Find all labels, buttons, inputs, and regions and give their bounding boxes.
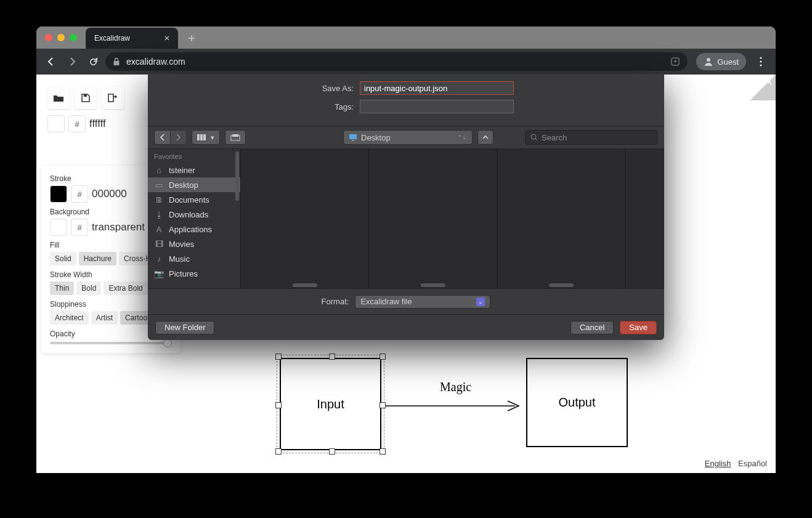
fill-option-hachure[interactable]: Hachure (79, 252, 116, 265)
svg-rect-9 (203, 134, 206, 140)
view-mode-button[interactable]: ▾ (192, 130, 220, 145)
svg-rect-12 (349, 134, 357, 139)
movies-icon: 🎞 (154, 239, 164, 249)
search-icon (530, 134, 538, 141)
sidebar-item-applications[interactable]: AApplications (148, 222, 240, 237)
cancel-button[interactable]: Cancel (570, 321, 614, 334)
sidebar-item-pictures[interactable]: 📷Pictures (148, 266, 240, 281)
sidebar-item-label: tsteiner (169, 166, 195, 175)
background-swatch[interactable] (50, 219, 67, 236)
sw-option-bold[interactable]: Bold (76, 281, 101, 295)
fill-option-solid[interactable]: Solid (50, 252, 76, 265)
search-placeholder: Search (542, 133, 567, 142)
reload-button[interactable] (84, 53, 102, 70)
omnibox[interactable]: excalidraw.com (105, 52, 688, 71)
svg-point-2 (707, 58, 710, 62)
sidebar-item-label: Movies (169, 240, 194, 249)
sidebar-item-label: Music (169, 254, 190, 264)
nav-back-button[interactable] (154, 130, 170, 145)
sw-option-extrabold[interactable]: Extra Bold (104, 281, 147, 295)
save-dialog: Save As: Tags: ▾ Desktop ⌃⌄ Search Favor… (148, 74, 664, 340)
tab-excalidraw[interactable]: Excalidraw (86, 28, 178, 49)
location-dropdown[interactable]: Desktop ⌃⌄ (343, 130, 473, 145)
drawing-arrow[interactable] (384, 399, 526, 413)
close-tab-icon[interactable] (164, 36, 169, 41)
canvas-bg-swatch[interactable] (47, 115, 65, 132)
drawing-box-input[interactable]: Input (280, 358, 381, 450)
search-input[interactable]: Search (525, 130, 658, 145)
lang-spanish[interactable]: Español (738, 459, 767, 468)
tags-label: Tags: (298, 102, 354, 111)
profile-label: Guest (717, 57, 739, 67)
stroke-swatch[interactable] (50, 185, 67, 203)
nav-forward-button[interactable] (170, 130, 187, 145)
sw-option-thin[interactable]: Thin (50, 281, 74, 295)
save-as-input[interactable] (360, 81, 514, 95)
file-column-3[interactable] (497, 149, 625, 288)
tags-input[interactable] (360, 100, 514, 113)
sidebar-item-movies[interactable]: 🎞Movies (148, 237, 240, 251)
library-corner[interactable] (750, 75, 776, 100)
sidebar-item-label: Documents (169, 195, 209, 204)
sidebar-item-downloads[interactable]: ⭳Downloads (148, 207, 240, 222)
lang-english[interactable]: English (705, 459, 731, 468)
format-label: Format: (322, 297, 349, 306)
browser-menu-button[interactable] (752, 53, 769, 70)
traffic-lights (36, 34, 77, 41)
user-icon (704, 57, 713, 67)
new-folder-button[interactable]: New Folder (155, 321, 214, 334)
sidebar-item-home[interactable]: ⌂tsteiner (148, 163, 240, 177)
save-button[interactable]: Save (620, 321, 657, 334)
svg-point-14 (531, 134, 536, 139)
box-label: Output (558, 395, 595, 410)
favorites-header: Favorites (148, 149, 240, 163)
svg-rect-13 (352, 140, 354, 141)
maximize-window-button[interactable] (70, 34, 77, 41)
sidebar-item-label: Desktop (169, 180, 198, 190)
svg-rect-7 (197, 134, 200, 140)
collapse-button[interactable] (477, 130, 493, 145)
applications-icon: A (154, 224, 164, 234)
sidebar-scrollbar[interactable] (235, 152, 239, 201)
box-label: Input (317, 397, 344, 411)
sidebar-item-documents[interactable]: 🗎Documents (148, 192, 240, 207)
tab-title: Excalidraw (94, 34, 130, 42)
drawing-box-output[interactable]: Output (526, 358, 628, 447)
open-button[interactable] (47, 87, 70, 109)
svg-point-3 (760, 57, 761, 59)
chevron-updown-icon: ⌄ (476, 297, 485, 306)
sidebar-item-music[interactable]: ♪Music (148, 251, 240, 266)
slop-option-architect[interactable]: Architect (50, 311, 89, 325)
language-switcher: English Español (705, 459, 767, 468)
file-column-1[interactable] (240, 149, 368, 288)
profile-chip[interactable]: Guest (696, 53, 746, 70)
title-bar: Excalidraw (36, 26, 776, 49)
install-app-icon[interactable] (670, 57, 680, 67)
desktop-icon: ▭ (154, 180, 164, 190)
svg-rect-0 (114, 61, 120, 65)
svg-rect-6 (84, 94, 87, 97)
export-button[interactable] (102, 87, 124, 109)
sidebar-item-label: Applications (169, 225, 212, 234)
forward-button[interactable] (63, 53, 81, 70)
minimize-window-button[interactable] (57, 34, 65, 41)
file-column-4[interactable] (625, 149, 664, 288)
lock-icon (113, 57, 120, 66)
back-button[interactable] (43, 53, 60, 70)
home-icon: ⌂ (154, 165, 164, 175)
group-button[interactable] (225, 130, 246, 145)
dialog-bottom-bar: New Folder Cancel Save (148, 314, 664, 340)
sidebar-item-desktop[interactable]: ▭Desktop (148, 177, 240, 192)
pictures-icon: 📷 (154, 269, 164, 278)
file-column-2[interactable] (368, 149, 497, 288)
location-label: Desktop (361, 133, 391, 142)
opacity-slider[interactable] (50, 342, 172, 344)
desktop-icon (349, 134, 357, 141)
close-window-button[interactable] (45, 34, 52, 41)
sidebar-item-label: Downloads (169, 210, 208, 219)
svg-point-5 (760, 64, 761, 66)
new-tab-button[interactable] (183, 30, 200, 47)
slop-option-artist[interactable]: Artist (91, 311, 118, 325)
save-file-button[interactable] (75, 87, 97, 109)
format-dropdown[interactable]: Excalidraw file ⌄ (355, 295, 490, 309)
